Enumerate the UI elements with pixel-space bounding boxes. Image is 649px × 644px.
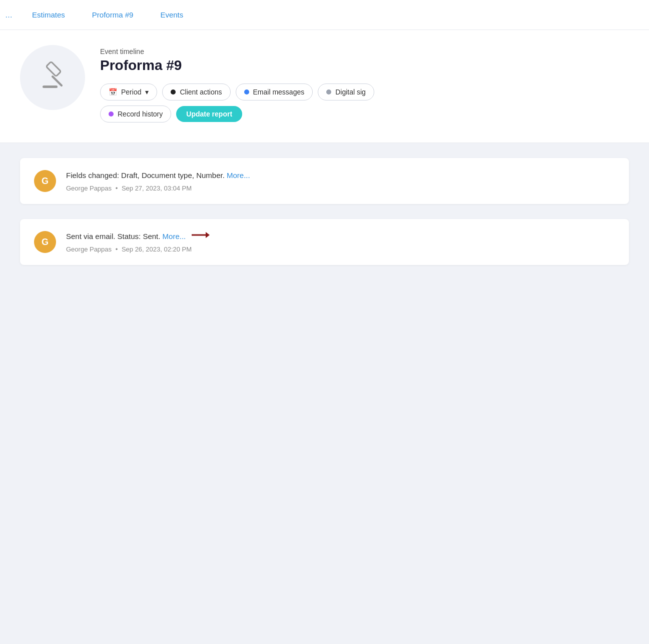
event-timestamp: Sep 27, 2023, 03:04 PM <box>122 184 192 192</box>
header-section: Event timeline Proforma #9 📅 Period ▾ Cl… <box>0 30 649 143</box>
more-link[interactable]: More... <box>163 232 186 240</box>
record-history-button[interactable]: Record history <box>100 106 171 122</box>
svg-line-1 <box>53 76 62 86</box>
email-messages-dot <box>244 90 249 94</box>
event-author: George Pappas <box>66 246 112 253</box>
record-history-dot <box>109 112 114 116</box>
event-meta: George Pappas • Sep 27, 2023, 03:04 PM <box>66 184 615 192</box>
email-messages-label: Email messages <box>253 88 305 96</box>
period-label: Period <box>121 88 141 96</box>
digital-sig-button[interactable]: Digital sig <box>318 84 374 100</box>
breadcrumb-item-proforma[interactable]: Proforma #9 <box>82 0 150 30</box>
event-message-text: Fields changed: Draft, Document type, Nu… <box>66 171 225 180</box>
more-link[interactable]: More... <box>227 171 250 180</box>
event-message: Sent via email. Status: Sent. More... <box>66 231 615 242</box>
record-history-label: Record history <box>118 110 163 118</box>
email-messages-button[interactable]: Email messages <box>236 84 313 100</box>
client-actions-dot <box>171 90 176 94</box>
avatar: G <box>34 170 56 192</box>
breadcrumb-nav: … Estimates Proforma #9 Events <box>0 0 649 30</box>
event-meta: George Pappas • Sep 26, 2023, 02:20 PM <box>66 246 615 253</box>
breadcrumb-item-events[interactable]: Events <box>150 0 199 30</box>
main-content: G Fields changed: Draft, Document type, … <box>0 143 649 295</box>
client-actions-label: Client actions <box>180 88 222 96</box>
breadcrumb-item-estimates[interactable]: Estimates <box>22 0 81 30</box>
event-author: George Pappas <box>66 184 112 192</box>
svg-rect-0 <box>46 62 61 76</box>
svg-marker-4 <box>206 232 210 238</box>
proforma-icon-circle <box>20 45 85 110</box>
svg-rect-2 <box>43 86 58 88</box>
period-filter-button[interactable]: 📅 Period ▾ <box>100 84 157 100</box>
filter-row-2: Record history Update report <box>100 106 629 122</box>
avatar: G <box>34 231 56 253</box>
chevron-down-icon: ▾ <box>145 88 149 96</box>
event-card: G Sent via email. Status: Sent. More... … <box>20 219 629 265</box>
event-timeline-label: Event timeline <box>100 48 629 56</box>
event-message: Fields changed: Draft, Document type, Nu… <box>66 170 615 182</box>
event-card-body: Sent via email. Status: Sent. More... Ge… <box>66 231 615 253</box>
bullet-separator: • <box>116 184 118 192</box>
digital-sig-label: Digital sig <box>335 88 366 96</box>
event-card: G Fields changed: Draft, Document type, … <box>20 158 629 204</box>
update-report-button[interactable]: Update report <box>176 106 242 122</box>
event-timestamp: Sep 26, 2023, 02:20 PM <box>122 246 192 253</box>
header-content: Event timeline Proforma #9 📅 Period ▾ Cl… <box>100 45 629 128</box>
calendar-icon: 📅 <box>109 88 117 96</box>
breadcrumb-item-ellipsis[interactable]: … <box>0 0 21 30</box>
digital-sig-dot <box>326 90 331 94</box>
proforma-title: Proforma #9 <box>100 58 629 74</box>
bullet-separator: • <box>116 246 118 253</box>
filter-row-1: 📅 Period ▾ Client actions Email messages… <box>100 84 629 100</box>
event-card-body: Fields changed: Draft, Document type, Nu… <box>66 170 615 192</box>
event-message-text: Sent via email. Status: Sent. <box>66 232 160 240</box>
client-actions-button[interactable]: Client actions <box>162 84 230 100</box>
gavel-icon <box>37 60 69 95</box>
arrow-indicator <box>192 231 210 242</box>
